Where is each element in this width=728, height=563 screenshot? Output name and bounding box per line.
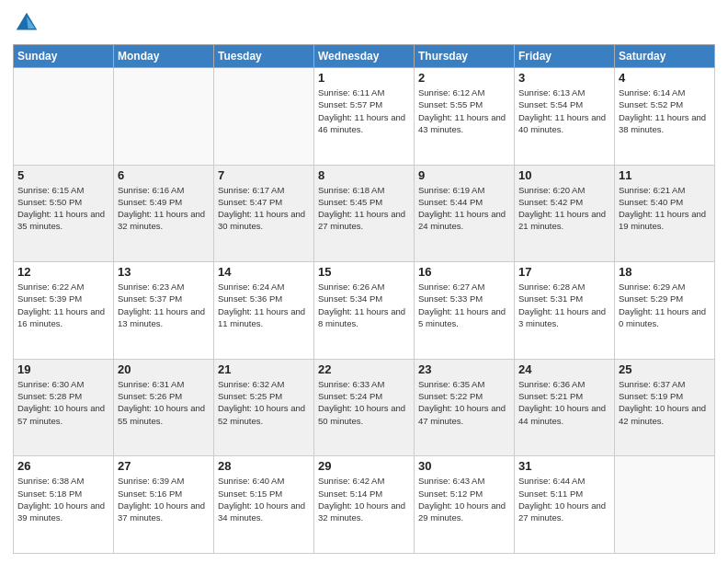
- day-number: 26: [17, 459, 109, 473]
- col-header-thursday: Thursday: [415, 45, 515, 68]
- calendar-cell: 9Sunrise: 6:19 AMSunset: 5:44 PMDaylight…: [415, 165, 515, 262]
- day-info: Sunrise: 6:43 AMSunset: 5:12 PMDaylight:…: [418, 475, 510, 523]
- day-info: Sunrise: 6:31 AMSunset: 5:26 PMDaylight:…: [118, 378, 210, 427]
- calendar-week-0: 1Sunrise: 6:11 AMSunset: 5:57 PMDaylight…: [14, 68, 715, 166]
- calendar-cell: 20Sunrise: 6:31 AMSunset: 5:26 PMDayligh…: [114, 359, 214, 456]
- calendar-cell: 27Sunrise: 6:39 AMSunset: 5:16 PMDayligh…: [114, 456, 214, 554]
- col-header-tuesday: Tuesday: [214, 45, 314, 68]
- calendar-cell: 12Sunrise: 6:22 AMSunset: 5:39 PMDayligh…: [14, 262, 114, 360]
- day-info: Sunrise: 6:19 AMSunset: 5:44 PMDaylight:…: [418, 184, 510, 233]
- day-number: 10: [518, 168, 610, 182]
- day-info: Sunrise: 6:44 AMSunset: 5:11 PMDaylight:…: [518, 475, 610, 523]
- calendar-week-1: 5Sunrise: 6:15 AMSunset: 5:50 PMDaylight…: [14, 165, 715, 262]
- day-info: Sunrise: 6:29 AMSunset: 5:29 PMDaylight:…: [619, 281, 711, 329]
- calendar-cell: 24Sunrise: 6:36 AMSunset: 5:21 PMDayligh…: [515, 359, 615, 456]
- day-info: Sunrise: 6:20 AMSunset: 5:42 PMDaylight:…: [518, 184, 610, 233]
- day-number: 21: [218, 362, 310, 376]
- day-info: Sunrise: 6:12 AMSunset: 5:55 PMDaylight:…: [418, 86, 510, 135]
- calendar-cell: 31Sunrise: 6:44 AMSunset: 5:11 PMDayligh…: [515, 456, 615, 554]
- day-info: Sunrise: 6:22 AMSunset: 5:39 PMDaylight:…: [17, 281, 109, 329]
- calendar-cell: [615, 456, 715, 554]
- calendar-cell: 16Sunrise: 6:27 AMSunset: 5:33 PMDayligh…: [415, 262, 515, 360]
- day-number: 16: [418, 265, 510, 279]
- day-info: Sunrise: 6:40 AMSunset: 5:15 PMDaylight:…: [218, 475, 310, 523]
- day-number: 11: [619, 168, 711, 182]
- col-header-saturday: Saturday: [615, 45, 715, 68]
- day-info: Sunrise: 6:36 AMSunset: 5:21 PMDaylight:…: [518, 378, 610, 427]
- calendar-cell: 21Sunrise: 6:32 AMSunset: 5:25 PMDayligh…: [214, 359, 314, 456]
- calendar-cell: 30Sunrise: 6:43 AMSunset: 5:12 PMDayligh…: [415, 456, 515, 554]
- day-info: Sunrise: 6:26 AMSunset: 5:34 PMDaylight:…: [318, 281, 410, 329]
- day-info: Sunrise: 6:21 AMSunset: 5:40 PMDaylight:…: [619, 184, 711, 233]
- col-header-wednesday: Wednesday: [314, 45, 415, 68]
- day-number: 17: [518, 265, 610, 279]
- calendar-cell: 19Sunrise: 6:30 AMSunset: 5:28 PMDayligh…: [14, 359, 114, 456]
- day-number: 25: [619, 362, 711, 376]
- col-header-monday: Monday: [114, 45, 214, 68]
- calendar-cell: 5Sunrise: 6:15 AMSunset: 5:50 PMDaylight…: [14, 165, 114, 262]
- calendar-cell: 28Sunrise: 6:40 AMSunset: 5:15 PMDayligh…: [214, 456, 314, 554]
- day-info: Sunrise: 6:13 AMSunset: 5:54 PMDaylight:…: [518, 86, 610, 135]
- calendar-cell: 2Sunrise: 6:12 AMSunset: 5:55 PMDaylight…: [415, 68, 515, 166]
- calendar-cell: 10Sunrise: 6:20 AMSunset: 5:42 PMDayligh…: [515, 165, 615, 262]
- calendar-cell: 3Sunrise: 6:13 AMSunset: 5:54 PMDaylight…: [515, 68, 615, 166]
- day-number: 6: [118, 168, 210, 182]
- col-header-sunday: Sunday: [14, 45, 114, 68]
- day-number: 2: [418, 71, 510, 85]
- logo-icon: [13, 9, 40, 37]
- day-number: 14: [218, 265, 310, 279]
- day-info: Sunrise: 6:42 AMSunset: 5:14 PMDaylight:…: [318, 475, 410, 523]
- calendar-cell: [114, 68, 214, 166]
- day-number: 12: [17, 265, 109, 279]
- calendar-cell: 11Sunrise: 6:21 AMSunset: 5:40 PMDayligh…: [615, 165, 715, 262]
- day-info: Sunrise: 6:11 AMSunset: 5:57 PMDaylight:…: [318, 86, 410, 135]
- calendar-cell: [214, 68, 314, 166]
- day-info: Sunrise: 6:24 AMSunset: 5:36 PMDaylight:…: [218, 281, 310, 329]
- day-number: 3: [518, 71, 610, 85]
- calendar-week-2: 12Sunrise: 6:22 AMSunset: 5:39 PMDayligh…: [14, 262, 715, 360]
- day-number: 8: [318, 168, 410, 182]
- calendar: SundayMondayTuesdayWednesdayThursdayFrid…: [13, 44, 715, 554]
- header: [13, 9, 715, 37]
- day-number: 27: [118, 459, 210, 473]
- calendar-cell: 1Sunrise: 6:11 AMSunset: 5:57 PMDaylight…: [314, 68, 415, 166]
- calendar-cell: [14, 68, 114, 166]
- day-info: Sunrise: 6:17 AMSunset: 5:47 PMDaylight:…: [218, 184, 310, 233]
- day-info: Sunrise: 6:27 AMSunset: 5:33 PMDaylight:…: [418, 281, 510, 329]
- day-number: 28: [218, 459, 310, 473]
- day-info: Sunrise: 6:28 AMSunset: 5:31 PMDaylight:…: [518, 281, 610, 329]
- day-number: 20: [118, 362, 210, 376]
- page: SundayMondayTuesdayWednesdayThursdayFrid…: [0, 0, 728, 563]
- calendar-cell: 15Sunrise: 6:26 AMSunset: 5:34 PMDayligh…: [314, 262, 415, 360]
- calendar-cell: 8Sunrise: 6:18 AMSunset: 5:45 PMDaylight…: [314, 165, 415, 262]
- day-number: 22: [318, 362, 410, 376]
- day-info: Sunrise: 6:14 AMSunset: 5:52 PMDaylight:…: [619, 86, 711, 135]
- day-number: 5: [17, 168, 109, 182]
- calendar-header-row: SundayMondayTuesdayWednesdayThursdayFrid…: [14, 45, 715, 68]
- logo: [13, 9, 44, 37]
- calendar-cell: 29Sunrise: 6:42 AMSunset: 5:14 PMDayligh…: [314, 456, 415, 554]
- day-number: 13: [118, 265, 210, 279]
- day-number: 23: [418, 362, 510, 376]
- calendar-cell: 18Sunrise: 6:29 AMSunset: 5:29 PMDayligh…: [615, 262, 715, 360]
- calendar-cell: 4Sunrise: 6:14 AMSunset: 5:52 PMDaylight…: [615, 68, 715, 166]
- day-number: 29: [318, 459, 410, 473]
- day-info: Sunrise: 6:23 AMSunset: 5:37 PMDaylight:…: [118, 281, 210, 329]
- day-number: 15: [318, 265, 410, 279]
- calendar-cell: 7Sunrise: 6:17 AMSunset: 5:47 PMDaylight…: [214, 165, 314, 262]
- calendar-cell: 23Sunrise: 6:35 AMSunset: 5:22 PMDayligh…: [415, 359, 515, 456]
- day-number: 18: [619, 265, 711, 279]
- calendar-week-4: 26Sunrise: 6:38 AMSunset: 5:18 PMDayligh…: [14, 456, 715, 554]
- day-info: Sunrise: 6:15 AMSunset: 5:50 PMDaylight:…: [17, 184, 109, 233]
- day-info: Sunrise: 6:32 AMSunset: 5:25 PMDaylight:…: [218, 378, 310, 427]
- day-number: 9: [418, 168, 510, 182]
- day-info: Sunrise: 6:18 AMSunset: 5:45 PMDaylight:…: [318, 184, 410, 233]
- day-info: Sunrise: 6:37 AMSunset: 5:19 PMDaylight:…: [619, 378, 711, 427]
- day-info: Sunrise: 6:30 AMSunset: 5:28 PMDaylight:…: [17, 378, 109, 427]
- day-number: 24: [518, 362, 610, 376]
- calendar-cell: 22Sunrise: 6:33 AMSunset: 5:24 PMDayligh…: [314, 359, 415, 456]
- day-info: Sunrise: 6:35 AMSunset: 5:22 PMDaylight:…: [418, 378, 510, 427]
- calendar-week-3: 19Sunrise: 6:30 AMSunset: 5:28 PMDayligh…: [14, 359, 715, 456]
- calendar-cell: 14Sunrise: 6:24 AMSunset: 5:36 PMDayligh…: [214, 262, 314, 360]
- day-number: 31: [518, 459, 610, 473]
